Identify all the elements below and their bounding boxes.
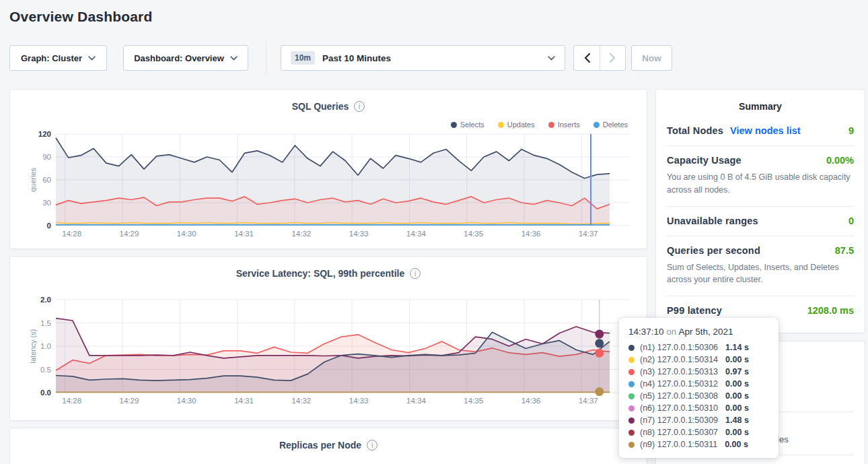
capacity-usage-value: 0.00% xyxy=(826,155,854,166)
summary-row-unavailable-ranges: Unavailable ranges 0 xyxy=(667,207,854,236)
svg-text:14:28: 14:28 xyxy=(62,397,81,405)
svg-text:14:30: 14:30 xyxy=(177,230,196,238)
graph-dropdown[interactable]: Graph: Cluster xyxy=(9,45,107,71)
legend-item: Inserts xyxy=(548,121,580,129)
summary-row-queries-per-second: Queries per second 87.5 Sum of Selects, … xyxy=(667,236,854,297)
svg-text:30: 30 xyxy=(42,199,51,207)
svg-text:14:29: 14:29 xyxy=(120,230,139,238)
chevron-down-icon xyxy=(230,56,238,61)
svg-text:queries: queries xyxy=(29,167,37,192)
total-nodes-value: 9 xyxy=(848,125,854,136)
tooltip-row: (n4) 127.0.0.1:503120.00 s xyxy=(628,378,769,390)
svg-text:14:28: 14:28 xyxy=(62,230,81,238)
summary-panel: Summary Total Nodes View nodes list 9 Ca… xyxy=(655,89,865,333)
sql-queries-title: SQL Queries xyxy=(292,101,349,112)
time-range-dropdown[interactable]: 10m Past 10 Minutes xyxy=(281,45,565,71)
svg-text:14:32: 14:32 xyxy=(291,397,311,405)
legend-item: Selects xyxy=(451,121,484,129)
view-nodes-list-link[interactable]: View nodes list xyxy=(730,125,801,136)
tooltip-row: (n2) 127.0.0.1:503140.00 s xyxy=(628,354,769,366)
service-latency-chart[interactable]: 14:2814:2914:3014:3114:3214:3314:3414:35… xyxy=(29,296,633,406)
tooltip-row: (n3) 127.0.0.1:503130.97 s xyxy=(628,366,769,378)
summary-title: Summary xyxy=(656,90,865,117)
svg-text:14:33: 14:33 xyxy=(349,397,369,405)
chevron-left-icon xyxy=(584,53,590,63)
svg-text:14:37: 14:37 xyxy=(579,230,598,238)
unavailable-ranges-label: Unavailable ranges xyxy=(667,216,758,226)
p99-latency-label: P99 latency xyxy=(667,305,722,316)
controls-divider xyxy=(266,42,266,73)
tooltip-rows: (n1) 127.0.0.1:503061.14 s(n2) 127.0.0.1… xyxy=(628,341,769,451)
svg-text:120: 120 xyxy=(38,130,51,138)
svg-text:90: 90 xyxy=(42,153,51,161)
queries-per-second-label: Queries per second xyxy=(667,245,760,256)
sql-queries-card: SQL Queries i SelectsUpdatesInsertsDelet… xyxy=(9,89,647,249)
svg-text:0.0: 0.0 xyxy=(40,389,51,397)
svg-text:14:31: 14:31 xyxy=(234,397,254,405)
svg-text:14:34: 14:34 xyxy=(406,397,426,405)
chevron-down-icon xyxy=(88,56,96,61)
dashboard-dropdown[interactable]: Dashboard: Overview xyxy=(123,45,248,71)
tooltip-row: (n6) 127.0.0.1:503100.00 s xyxy=(628,402,769,414)
replicas-per-node-card: Replicas per Node i xyxy=(9,428,647,464)
svg-text:1.0: 1.0 xyxy=(40,342,51,350)
svg-text:14:36: 14:36 xyxy=(521,397,541,405)
chart-hover-tooltip: 14:37:10 on Apr 5th, 2021 (n1) 127.0.0.1… xyxy=(619,318,779,458)
svg-text:latency (s): latency (s) xyxy=(29,329,37,364)
sql-queries-chart[interactable]: 14:2814:2914:3014:3114:3214:3314:3414:35… xyxy=(29,130,633,239)
tooltip-row: (n9) 127.0.0.1:503110.00 s xyxy=(628,438,769,451)
svg-text:14:33: 14:33 xyxy=(349,230,369,238)
svg-text:1.5: 1.5 xyxy=(40,319,51,327)
svg-text:14:37: 14:37 xyxy=(579,397,598,405)
dashboard-dropdown-label: Dashboard: Overview xyxy=(134,53,224,63)
svg-text:14:29: 14:29 xyxy=(120,397,139,405)
svg-text:14:35: 14:35 xyxy=(464,397,483,405)
legend-item: Deletes xyxy=(593,121,628,129)
legend-item: Updates xyxy=(498,121,535,129)
capacity-usage-label: Capacity Usage xyxy=(667,155,742,166)
service-latency-card: Service Latency: SQL, 99th percentile i … xyxy=(9,256,647,421)
svg-text:14:35: 14:35 xyxy=(464,230,483,238)
replicas-per-node-title: Replicas per Node xyxy=(279,440,361,451)
svg-text:14:34: 14:34 xyxy=(406,230,426,238)
info-icon[interactable]: i xyxy=(367,440,377,451)
capacity-usage-description: You are using 0 B of 4.5 GiB usable disk… xyxy=(667,171,854,197)
now-button[interactable]: Now xyxy=(631,45,672,71)
svg-text:60: 60 xyxy=(42,176,51,184)
time-step-group xyxy=(573,45,626,71)
summary-row-capacity-usage: Capacity Usage 0.00% You are using 0 B o… xyxy=(667,146,854,207)
prev-time-button[interactable] xyxy=(574,46,600,70)
tooltip-row: (n7) 127.0.0.1:503091.48 s xyxy=(628,414,769,426)
tooltip-row: (n1) 127.0.0.1:503061.14 s xyxy=(628,341,769,354)
time-range-badge: 10m xyxy=(291,51,315,65)
service-latency-title: Service Latency: SQL, 99th percentile xyxy=(236,268,405,279)
svg-text:0: 0 xyxy=(47,222,51,230)
info-icon[interactable]: i xyxy=(410,268,421,279)
overview-dashboard-page: { "page": { "title": "Overview Dashboard… xyxy=(0,0,868,464)
queries-per-second-description: Sum of Selects, Updates, Inserts, and De… xyxy=(667,261,854,287)
chevron-down-icon xyxy=(548,56,555,61)
summary-row-total-nodes: Total Nodes View nodes list 9 xyxy=(667,117,854,146)
chevron-right-icon xyxy=(610,53,616,63)
tooltip-row: (n8) 127.0.0.1:503070.00 s xyxy=(628,426,769,438)
svg-text:14:30: 14:30 xyxy=(177,397,196,405)
total-nodes-label: Total Nodes xyxy=(667,125,723,136)
page-title: Overview Dashboard xyxy=(9,9,153,25)
queries-per-second-value: 87.5 xyxy=(835,245,854,256)
time-range-label: Past 10 Minutes xyxy=(322,53,391,63)
unavailable-ranges-value: 0 xyxy=(848,216,854,226)
tooltip-row: (n5) 127.0.0.1:503080.00 s xyxy=(628,390,769,402)
svg-text:0.5: 0.5 xyxy=(40,366,51,374)
svg-text:14:31: 14:31 xyxy=(234,230,254,238)
sql-legend: SelectsUpdatesInsertsDeletes xyxy=(451,121,628,129)
next-time-button[interactable] xyxy=(600,46,625,70)
svg-text:2.0: 2.0 xyxy=(40,296,51,304)
p99-latency-value: 1208.0 ms xyxy=(807,305,854,316)
info-icon[interactable]: i xyxy=(354,101,365,112)
svg-text:14:32: 14:32 xyxy=(291,230,311,238)
svg-text:14:36: 14:36 xyxy=(521,230,541,238)
tooltip-timestamp: 14:37:10 on Apr 5th, 2021 xyxy=(628,327,769,337)
graph-dropdown-label: Graph: Cluster xyxy=(21,53,82,63)
